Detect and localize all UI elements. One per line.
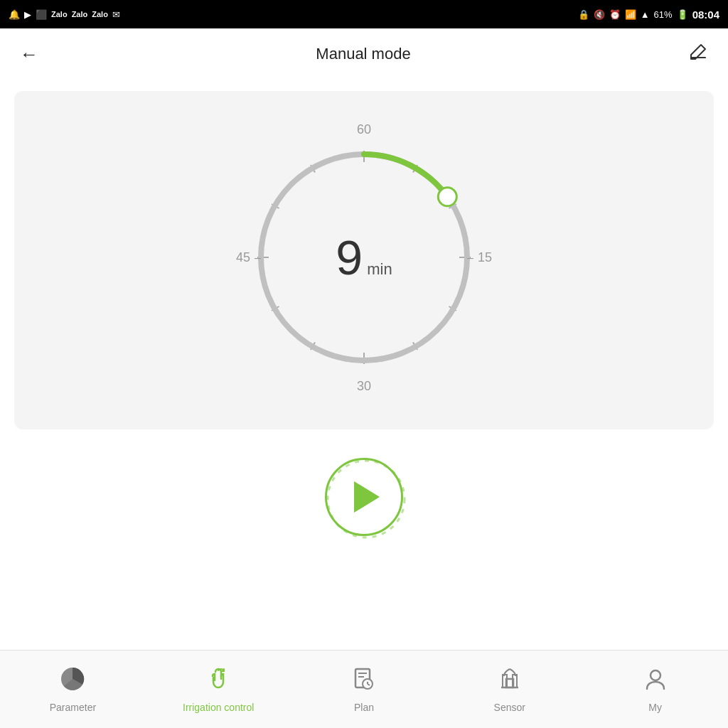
dial-label-45: 45 – — [236, 250, 261, 265]
timer-number: 9 — [336, 233, 363, 282]
nav-label-my: My — [648, 702, 662, 713]
bottom-nav: Parameter Irrigation control — [0, 650, 728, 728]
nav-item-plan[interactable]: Plan — [291, 666, 437, 713]
svg-point-26 — [651, 670, 660, 680]
youtube-icon: ▶ — [24, 9, 31, 20]
nav-label-parameter: Parameter — [50, 702, 96, 713]
irrigation-control-icon — [205, 666, 231, 697]
zalo-icon-1: Zalo — [51, 10, 68, 18]
dial-label-30: 30 — [357, 379, 371, 394]
alarm-icon: ⏰ — [609, 9, 621, 20]
nav-item-parameter[interactable]: Parameter — [0, 666, 146, 713]
timer-card: 60 30 45 – – 15 9 min — [14, 91, 714, 429]
status-time: 08:04 — [692, 9, 719, 21]
status-bar: 🔔 ▶ ⬛ Zalo Zalo Zalo ✉ 🔒 🔇 ⏰ 📶 ▲ 61% 🔋 0… — [0, 0, 728, 28]
nav-item-sensor[interactable]: Sensor — [437, 666, 582, 713]
timer-value: 9 min — [336, 233, 392, 282]
zalo-icon-3: Zalo — [92, 10, 108, 18]
plan-icon — [351, 666, 377, 697]
svg-rect-23 — [503, 675, 507, 687]
svg-point-13 — [438, 188, 456, 206]
mute-icon: 🔇 — [594, 9, 605, 20]
status-bar-left: 🔔 ▶ ⬛ Zalo Zalo Zalo ✉ — [9, 9, 120, 20]
timer-unit: min — [367, 260, 392, 279]
status-bar-right: 🔒 🔇 ⏰ 📶 ▲ 61% 🔋 08:04 — [578, 9, 719, 21]
edit-icon — [688, 42, 708, 62]
dial-container[interactable]: 60 30 45 – – 15 9 min — [222, 108, 506, 407]
dial-label-60: 60 — [357, 122, 371, 137]
bell-icon: 🔔 — [9, 9, 20, 20]
header: ← Manual mode — [0, 28, 728, 80]
svg-point-14 — [328, 461, 405, 537]
sensor-icon — [497, 666, 523, 697]
nav-item-my[interactable]: My — [582, 666, 728, 713]
battery-level: 61% — [654, 9, 673, 20]
page-title: Manual mode — [316, 45, 410, 63]
square-icon: ⬛ — [36, 9, 47, 20]
zalo-icon-2: Zalo — [72, 10, 88, 18]
battery-icon: 🔋 — [677, 9, 688, 20]
nav-label-sensor: Sensor — [494, 702, 525, 713]
nav-label-plan: Plan — [354, 702, 374, 713]
dial-label-15: – 15 — [467, 250, 492, 265]
nav-label-irrigation-control: Irrigation control — [183, 702, 254, 713]
wifi-icon: 📶 — [625, 9, 636, 20]
edit-button[interactable] — [688, 42, 708, 66]
email-icon: ✉ — [112, 9, 120, 20]
signal-icon: ▲ — [641, 9, 650, 20]
nav-item-irrigation-control[interactable]: Irrigation control — [146, 666, 291, 713]
play-button[interactable] — [325, 458, 403, 536]
parameter-icon — [60, 666, 85, 697]
play-area — [0, 458, 728, 536]
svg-rect-24 — [513, 675, 517, 687]
lock-icon: 🔒 — [578, 9, 589, 20]
play-btn-arc — [325, 458, 407, 540]
my-icon — [643, 666, 668, 697]
back-button[interactable]: ← — [20, 43, 38, 65]
